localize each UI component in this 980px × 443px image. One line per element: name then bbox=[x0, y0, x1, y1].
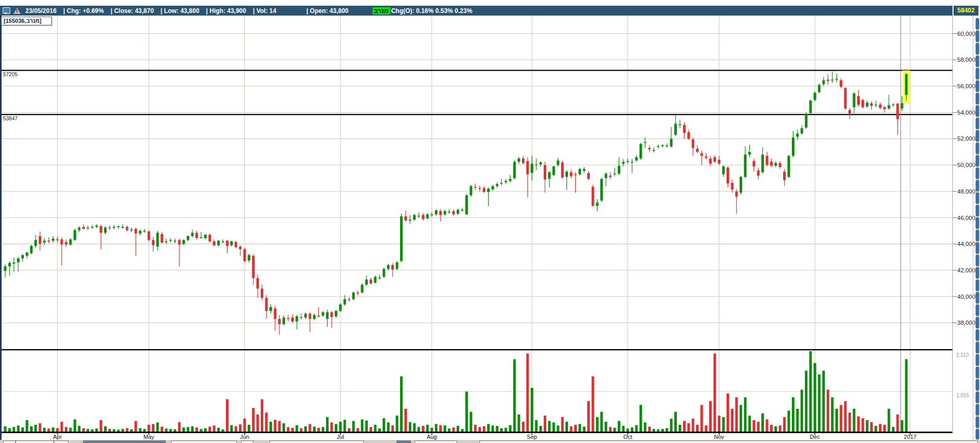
volume-bar bbox=[496, 426, 499, 432]
volume-bar bbox=[487, 424, 490, 432]
volume-axis-label: 2,110 bbox=[956, 352, 969, 358]
candle-body bbox=[770, 162, 773, 166]
volume-bar bbox=[535, 420, 537, 432]
candle-body bbox=[509, 179, 512, 181]
volume-bar bbox=[52, 427, 54, 432]
volume-bar bbox=[222, 430, 224, 432]
volume-bar bbox=[104, 426, 107, 432]
volume-bar bbox=[696, 425, 699, 432]
candle-body bbox=[788, 156, 790, 177]
volume-bar bbox=[857, 417, 860, 432]
warning-triangle-icon[interactable] bbox=[13, 8, 21, 14]
volume-bar bbox=[287, 427, 290, 432]
candle-body bbox=[487, 189, 490, 192]
toolbar-control[interactable] bbox=[241, 440, 253, 443]
candle-body bbox=[278, 319, 281, 324]
volume-bar bbox=[239, 424, 242, 432]
toolbar-control[interactable] bbox=[171, 440, 237, 443]
volume-bar bbox=[600, 412, 603, 432]
candle-body bbox=[30, 246, 33, 253]
toolbar-control[interactable] bbox=[396, 440, 411, 443]
volume-bar bbox=[374, 425, 377, 432]
volume-bar bbox=[848, 412, 851, 432]
candle-body bbox=[426, 214, 429, 218]
candle-body bbox=[622, 162, 624, 164]
candle-body bbox=[779, 163, 782, 167]
toolbar-control[interactable] bbox=[269, 440, 364, 443]
candle-body bbox=[409, 219, 411, 220]
pane-divider bbox=[0, 349, 953, 350]
candle-body bbox=[396, 262, 399, 269]
volume-bar bbox=[413, 423, 416, 432]
toolbar-control[interactable] bbox=[415, 440, 457, 443]
volume-bar bbox=[143, 429, 146, 432]
chat-bubble-icon[interactable] bbox=[3, 7, 10, 14]
month-label: Apr bbox=[53, 434, 62, 440]
toolbar-control[interactable] bbox=[3, 440, 16, 443]
candle-body bbox=[344, 299, 346, 304]
candle-body bbox=[439, 211, 442, 215]
candle-body bbox=[618, 165, 620, 173]
candle-body bbox=[500, 183, 503, 184]
volume-bar bbox=[108, 429, 111, 432]
candle-body bbox=[108, 228, 111, 229]
candle-body bbox=[126, 227, 129, 230]
volume-bar bbox=[169, 429, 172, 432]
volume-bar bbox=[139, 428, 141, 432]
volume-bar bbox=[892, 427, 894, 432]
toolbar-control[interactable] bbox=[83, 440, 166, 443]
candle-body bbox=[714, 157, 716, 162]
month-label: Aug bbox=[427, 434, 437, 440]
volume-bar bbox=[39, 423, 41, 432]
volume-bar bbox=[387, 422, 390, 432]
volume-bar bbox=[48, 428, 50, 432]
volume-bar bbox=[121, 429, 124, 432]
volume-bar bbox=[509, 425, 512, 432]
candle-body bbox=[761, 155, 764, 172]
volume-bar bbox=[61, 422, 63, 432]
volume-bar bbox=[309, 424, 311, 432]
price-volume-chart[interactable]: 60,00058,00056,00054,00052,00050,00048,0… bbox=[0, 16, 980, 440]
candle-body bbox=[483, 188, 486, 192]
volume-bar bbox=[718, 416, 720, 432]
volume-bar bbox=[248, 425, 250, 432]
candle-body bbox=[578, 169, 581, 174]
toolbar-control[interactable] bbox=[54, 440, 68, 443]
volume-bar bbox=[195, 427, 198, 432]
candle-body bbox=[104, 228, 107, 233]
volume-bar bbox=[322, 427, 324, 432]
candle-body bbox=[792, 137, 794, 156]
volume-axis-label: 1,055 bbox=[956, 393, 969, 398]
volume-bar bbox=[744, 397, 747, 432]
volume-bar bbox=[217, 428, 220, 432]
candle-body bbox=[740, 177, 742, 192]
candle-body bbox=[339, 304, 342, 311]
candle-body bbox=[731, 183, 733, 189]
volume-bar bbox=[152, 424, 154, 432]
candle-body bbox=[457, 210, 459, 214]
candle-body bbox=[161, 234, 163, 242]
candle-body bbox=[452, 211, 455, 214]
volume-bar bbox=[665, 428, 668, 432]
candle-body bbox=[875, 105, 877, 106]
volume-bar bbox=[4, 426, 7, 432]
candle-body bbox=[561, 162, 564, 177]
candle-body bbox=[174, 241, 176, 242]
volume-bar bbox=[391, 425, 394, 432]
volume-bar bbox=[230, 425, 233, 432]
candle-body bbox=[752, 161, 755, 167]
volume-bar bbox=[34, 425, 37, 432]
volume-bar bbox=[888, 409, 890, 432]
volume-bar bbox=[835, 409, 838, 432]
toolbar-control[interactable] bbox=[16, 440, 54, 443]
y-axis-label: 58,000 bbox=[957, 57, 975, 63]
candle-body bbox=[679, 124, 681, 126]
volume-bar bbox=[400, 376, 403, 432]
toolbar-control[interactable] bbox=[479, 440, 978, 443]
candle-body bbox=[897, 104, 899, 119]
candle-body bbox=[661, 145, 664, 146]
volume-bar bbox=[439, 425, 442, 432]
volume-bar bbox=[126, 428, 129, 432]
volume-bar bbox=[208, 426, 211, 432]
volume-bar bbox=[65, 427, 67, 432]
